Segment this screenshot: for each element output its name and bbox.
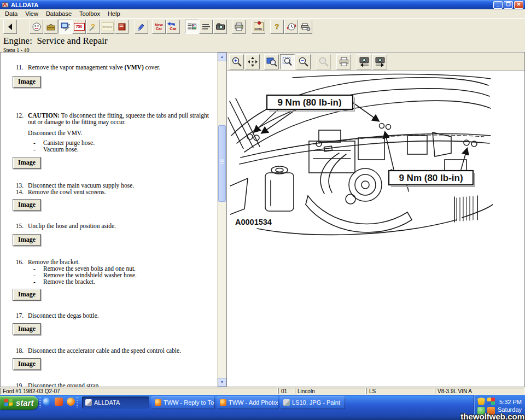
taskbar-item-alldata[interactable]: ALLDATA — [82, 396, 149, 409]
status-vehicle-field: Ford #1 1982-03 Q2-07 — [0, 388, 278, 394]
zoom-reset-button — [316, 54, 331, 69]
statusbar: Ford #1 1982-03 Q2-07 01 Lincoln LS V8-3… — [0, 387, 525, 395]
assistant-face-icon — [32, 22, 42, 32]
clock: 5:32 PM Saturday — [498, 398, 522, 413]
quick-launch — [43, 398, 75, 406]
library-button[interactable] — [115, 20, 129, 34]
images-button[interactable] — [213, 20, 227, 34]
step-16-sub-item: -Remove the windshield washer hose. — [13, 272, 214, 278]
image-button[interactable]: Image — [13, 76, 41, 88]
step-18: 18. Disconnect the accelerator cable and… — [13, 347, 214, 354]
image-button[interactable]: Image — [13, 157, 41, 169]
step-15: 15. Unclip the hose and position aside. — [13, 223, 214, 229]
security-shield-icon[interactable] — [477, 398, 485, 405]
menu-data[interactable]: Data — [1, 10, 21, 18]
article-scrollbar[interactable]: ▲ ▼ — [217, 52, 226, 387]
image-button[interactable]: Image — [13, 323, 41, 335]
image-button[interactable]: Image — [13, 234, 41, 246]
key-help-button[interactable]: ? — [270, 20, 284, 34]
window-title: ALLDATA — [11, 2, 38, 8]
image-magnifier-icon — [266, 56, 277, 67]
next-image-button[interactable] — [372, 54, 387, 69]
change-car-button[interactable]: Car — [166, 20, 180, 34]
diagnostics-button[interactable]: ? — [86, 20, 100, 34]
new-car-button[interactable]: New Car — [152, 20, 166, 34]
torque-callout-top: 9 Nm (80 lb-in) — [267, 95, 355, 112]
tsb-button[interactable]: 750 — [72, 20, 86, 34]
procedure-panel: 11. Remove the vapor management valve (V… — [0, 52, 227, 387]
notes-button[interactable]: NOTE — [252, 20, 265, 34]
assistant-button[interactable] — [30, 20, 43, 34]
text-image-icon — [187, 22, 197, 32]
task-buttons: ALLDATA TWW - Reply to Topic... TWW - Ad… — [82, 396, 345, 409]
restore-button[interactable]: ❐ — [504, 1, 513, 9]
menu-database[interactable]: Database — [42, 10, 75, 18]
step-11: 11. Remove the vapor management valve (V… — [13, 64, 214, 71]
menubar: Data View Database Toolbox Help — [0, 9, 525, 18]
step-19: 19. Disconnect the ground strap. — [13, 382, 214, 387]
scroll-down-icon[interactable]: ▼ — [218, 378, 226, 387]
key-question-icon: ? — [272, 22, 282, 32]
scroll-up-icon[interactable]: ▲ — [218, 52, 226, 61]
zoom-disabled-icon — [318, 56, 329, 67]
firefox-icon[interactable] — [67, 398, 75, 406]
printer-icon — [234, 22, 244, 32]
pan-button[interactable] — [245, 54, 260, 69]
minimize-button[interactable]: _ — [493, 1, 503, 9]
firefox-icon — [155, 399, 161, 406]
close-button[interactable]: ✕ — [514, 1, 523, 9]
cleanup-button[interactable] — [135, 20, 148, 34]
repair-info-button[interactable] — [58, 20, 72, 34]
text-only-button[interactable] — [199, 20, 213, 34]
brush-icon — [137, 22, 147, 32]
fit-to-window-button[interactable] — [280, 54, 295, 69]
windows-flag-icon — [4, 398, 14, 407]
history-button[interactable] — [284, 20, 298, 34]
fit-to-window-icon — [282, 56, 293, 67]
engine-line-diagram: 9 Nm (80 lb-in) 9 Nm (80 lb-in) A0001534 — [227, 71, 524, 387]
tray-time: 5:32 PM — [498, 398, 522, 406]
taskbar-item-tww-reply[interactable]: TWW - Reply to Topic... — [151, 396, 214, 409]
print-setup-button[interactable] — [299, 20, 312, 34]
camera-icon — [215, 22, 225, 32]
toolbox-button[interactable] — [44, 20, 57, 34]
menu-help[interactable]: Help — [104, 10, 124, 18]
figure-id-label: A0001534 — [235, 218, 272, 226]
menu-view[interactable]: View — [21, 10, 42, 18]
printer-icon — [339, 56, 349, 67]
alldata-task-icon — [85, 399, 92, 406]
pinwheel-tray-icon[interactable] — [487, 398, 495, 405]
new-car-icon: New Car — [153, 23, 165, 31]
taskbar-item-paint[interactable]: LS10. JPG - Paint — [280, 396, 345, 409]
image-button[interactable]: Image — [13, 199, 41, 211]
menu-toolbox[interactable]: Toolbox — [75, 10, 104, 18]
step-16-sub-item: -Remove the bracket. — [13, 278, 214, 285]
text-and-images-button[interactable] — [185, 20, 199, 34]
image-button[interactable]: Image — [13, 289, 41, 301]
mail-app-icon[interactable] — [55, 398, 63, 406]
content-header: Engine: Service and Repair Steps 1 - 40 — [0, 34, 525, 52]
previous-image-button[interactable] — [357, 54, 371, 69]
previous-image-icon — [358, 56, 370, 67]
print-button[interactable] — [232, 20, 246, 34]
internet-explorer-icon[interactable] — [43, 398, 51, 406]
start-button[interactable]: start — [0, 396, 38, 410]
taskbar-item-tww-add-photos[interactable]: TWW - Add Photos - ... — [217, 396, 278, 409]
zoom-out-button[interactable] — [296, 54, 311, 69]
torque-label-top: 9 Nm (80 lb-in) — [277, 97, 341, 108]
step-16-sub-item: -Remove the seven bolts and one nut. — [13, 265, 214, 272]
magnify-region-button[interactable] — [264, 54, 279, 69]
scrollbar-thumb[interactable] — [218, 125, 226, 202]
print-image-button[interactable] — [336, 54, 351, 69]
torque-label-right: 9 Nm (80 lb-in) — [399, 173, 463, 183]
car-icon: Car — [167, 27, 180, 31]
back-button[interactable] — [3, 20, 17, 34]
browse-button[interactable]: Browse — [101, 20, 114, 34]
computer-wrench-icon — [60, 22, 70, 32]
zoom-in-button[interactable] — [229, 54, 244, 69]
status-make-field: Lincoln — [295, 388, 366, 394]
browse-note-icon: Browse — [102, 22, 114, 31]
procedure-article: 11. Remove the vapor management valve (V… — [1, 52, 217, 387]
svg-text:?: ? — [275, 22, 279, 31]
image-button[interactable]: Image — [13, 358, 41, 370]
